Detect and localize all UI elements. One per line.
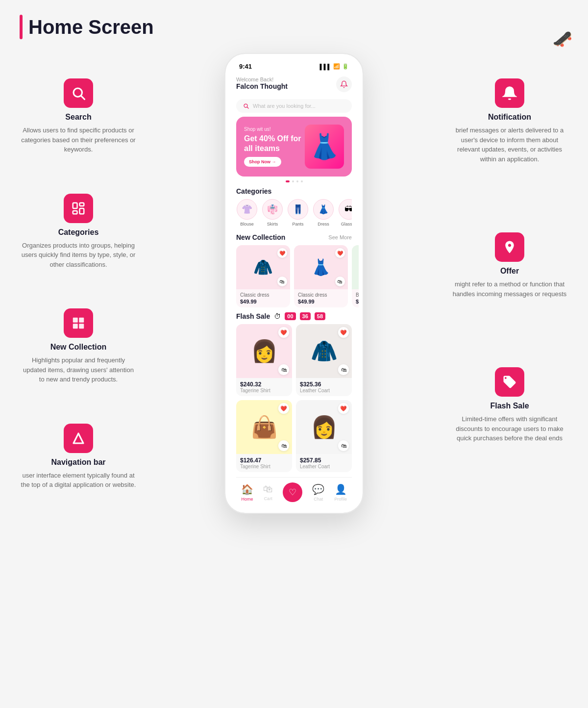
blouse-icon: 👚 — [237, 199, 257, 220]
product-card-0[interactable]: 🧥 ❤️ 🛍 Classic dress $49.99 — [236, 245, 290, 307]
store-info: Welcome Back! Falcon Thought — [236, 76, 288, 90]
product-fav-0[interactable]: ❤️ — [277, 248, 287, 258]
product-image-2: 🧥 ❤️ 🛍 — [352, 245, 359, 289]
flash-info-0: $240.32 Tagerine Shirt — [236, 378, 292, 396]
phone-mockup: 9:41 ▌▌▌ 📶 🔋 Welcome Back! Falcon Though… — [225, 54, 363, 513]
category-glasses[interactable]: 🕶 Glasses — [338, 199, 352, 227]
annotation-new-collection-desc: Highlights popular and frequently update… — [20, 355, 137, 384]
category-skirts[interactable]: 👘 Skirts — [262, 199, 283, 227]
product-info-1: Classic dress $49.99 — [294, 289, 348, 307]
category-pants[interactable]: 👖 Pants — [287, 199, 309, 227]
timer-minutes: 36 — [300, 312, 311, 320]
search-placeholder: What are you looking for... — [253, 103, 316, 109]
nav-chat[interactable]: 💬 Chat — [312, 483, 324, 502]
status-time: 9:41 — [239, 63, 252, 70]
banner-headline: Get 40% Off for all iteams — [244, 134, 305, 152]
nav-cart[interactable]: 🛍 Cart — [263, 483, 273, 501]
flash-price-0: $240.32 — [240, 381, 288, 388]
status-bar: 9:41 ▌▌▌ 📶 🔋 — [229, 58, 359, 73]
blouse-label: Blouse — [240, 222, 254, 227]
phone-content: Welcome Back! Falcon Thought — [229, 73, 359, 509]
svg-marker-10 — [74, 433, 83, 443]
page-title: Home Screen — [28, 16, 154, 38]
cart-nav-label: Cart — [264, 496, 272, 501]
flash-image-0: 👩 ❤️ 🛍 — [236, 324, 292, 378]
annotation-search-desc: Allows users to find specific products o… — [20, 126, 137, 154]
flash-fav-3[interactable]: ❤️ — [338, 403, 349, 414]
categories-title: Categories — [236, 187, 271, 195]
banner-tagline: Shop wit us! — [244, 126, 305, 132]
category-dress[interactable]: 👗 Dress — [313, 199, 334, 227]
product-cart-1[interactable]: 🛍 — [335, 277, 345, 286]
annotation-offer-title: Offer — [500, 267, 519, 276]
home-nav-icon: 🏠 — [241, 483, 253, 495]
product-info-0: Classic dress $49.99 — [236, 289, 290, 307]
flash-sale-grid: 👩 ❤️ 🛍 $240.32 Tagerine Shirt 🧥 ❤️ — [236, 324, 352, 472]
flash-cart-0[interactable]: 🛍 — [278, 364, 289, 375]
flash-fav-0[interactable]: ❤️ — [278, 327, 289, 338]
annotation-new-collection-title: New Collection — [50, 343, 107, 352]
dot-2 — [296, 180, 298, 182]
product-figure-1: 👗 — [311, 258, 331, 277]
welcome-text: Welcome Back! — [236, 76, 288, 82]
phone-area: 9:41 ▌▌▌ 📶 🔋 Welcome Back! Falcon Though… — [147, 49, 441, 513]
flash-sale-header: Flash Sale ⏱ 00 36 58 — [236, 312, 352, 320]
flash-cart-2[interactable]: 🛍 — [278, 440, 289, 451]
flash-card-3[interactable]: 👩 ❤️ 🛍 $257.85 Leather Coart — [296, 400, 352, 472]
promo-banner[interactable]: Shop wit us! Get 40% Off for all iteams … — [236, 117, 352, 177]
svg-rect-5 — [73, 211, 77, 214]
bell-svg-icon — [340, 80, 348, 88]
dot-3 — [301, 180, 303, 182]
flash-card-1[interactable]: 🧥 ❤️ 🛍 $325.36 Leather Coart — [296, 324, 352, 396]
flash-card-0[interactable]: 👩 ❤️ 🛍 $240.32 Tagerine Shirt — [236, 324, 292, 396]
category-blouse[interactable]: 👚 Blouse — [236, 199, 258, 227]
annotation-search-title: Search — [65, 113, 91, 122]
timer-hours: 00 — [285, 312, 295, 320]
annotation-nav-bar: Navigation bar user interface element ty… — [10, 424, 147, 490]
nav-home[interactable]: 🏠 Home — [241, 483, 253, 502]
annotation-notification: Notification brief messages or alerts de… — [441, 78, 578, 164]
search-bar[interactable]: What are you looking for... — [236, 99, 352, 113]
status-icons: ▌▌▌ 📶 🔋 — [320, 63, 349, 70]
product-card-2[interactable]: 🧥 ❤️ 🛍 Blouse $49.99 — [352, 245, 359, 307]
product-fav-1[interactable]: ❤️ — [335, 248, 345, 258]
flash-fav-2[interactable]: ❤️ — [278, 403, 289, 414]
flash-info-1: $325.36 Leather Coart — [296, 378, 352, 396]
profile-nav-icon: 👤 — [335, 483, 347, 495]
flash-cart-3[interactable]: 🛍 — [338, 440, 349, 451]
see-more-button[interactable]: See More — [328, 234, 352, 240]
flash-sale-icon-box — [495, 367, 524, 397]
product-name-2: Blouse — [356, 292, 359, 298]
product-cart-0[interactable]: 🛍 — [277, 277, 287, 286]
categories-icon-box — [64, 194, 93, 223]
nav-profile[interactable]: 👤 Profile — [334, 483, 347, 502]
product-price-2: $49.99 — [356, 299, 359, 304]
annotation-flash-sale-title: Flash Sale — [490, 402, 529, 410]
dress-icon: 👗 — [313, 199, 334, 220]
flash-info-3: $257.85 Leather Coart — [296, 454, 352, 472]
banner-shop-now-button[interactable]: Shop Now → — [244, 157, 281, 167]
phone-header: Welcome Back! Falcon Thought — [236, 73, 352, 96]
flash-name-2: Tagerine Shirt — [240, 464, 288, 469]
glasses-icon: 🕶 — [339, 199, 352, 220]
dress-label: Dress — [318, 222, 329, 227]
nav-wishlist[interactable]: ♡ — [283, 482, 302, 502]
annotation-nav-bar-title: Navigation bar — [51, 458, 105, 467]
timer-seconds: 58 — [315, 312, 325, 320]
flash-sale-svg-icon — [502, 375, 517, 389]
svg-rect-6 — [73, 318, 78, 323]
product-name-0: Classic dress — [240, 292, 286, 298]
new-collection-section-header: New Collection See More — [236, 233, 352, 241]
product-card-1[interactable]: 👗 ❤️ 🛍 Classic dress $49.99 — [294, 245, 348, 307]
product-price-1: $49.99 — [298, 299, 344, 304]
timer-icon: ⏱ — [274, 312, 281, 320]
flash-image-3: 👩 ❤️ 🛍 — [296, 400, 352, 454]
flash-fav-1[interactable]: ❤️ — [338, 327, 349, 338]
svg-rect-7 — [79, 318, 84, 323]
flash-cart-1[interactable]: 🛍 — [338, 364, 349, 375]
profile-nav-label: Profile — [334, 497, 347, 502]
heart-nav-icon: ♡ — [283, 482, 302, 502]
svg-rect-8 — [73, 324, 78, 329]
flash-card-2[interactable]: 👜 ❤️ 🛍 $126.47 Tagerine Shirt — [236, 400, 292, 472]
notification-bell-button[interactable] — [336, 76, 352, 92]
